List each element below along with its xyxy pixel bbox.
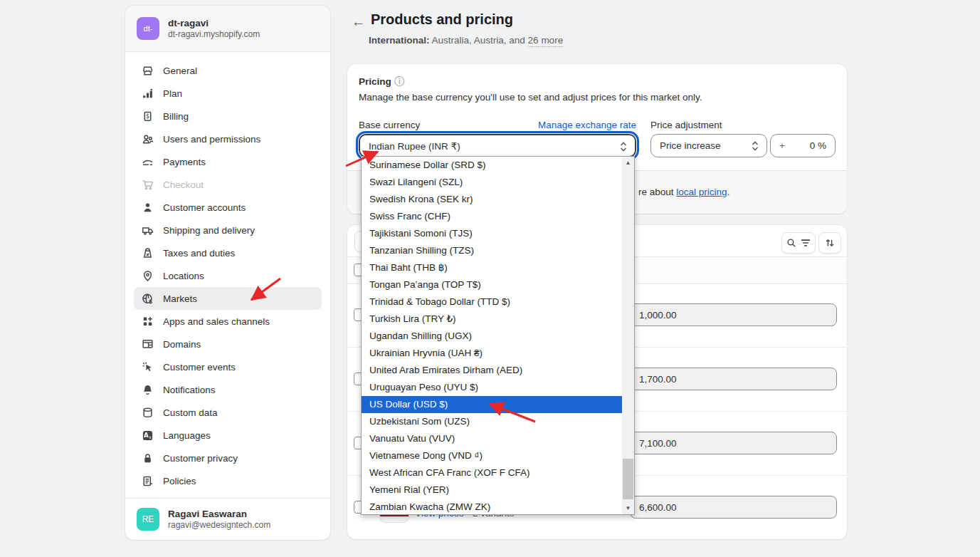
user-name: Ragavi Easwaran bbox=[168, 508, 270, 520]
sidebar-item-markets[interactable]: $ Markets bbox=[134, 287, 322, 310]
sidebar-item-label: Customer events bbox=[163, 362, 236, 373]
sidebar-item-custom-data[interactable]: Custom data bbox=[134, 401, 322, 424]
sidebar-item-label: Apps and sales channels bbox=[163, 316, 270, 327]
currency-option[interactable]: Zambian Kwacha (ZMW ZK) bbox=[362, 499, 622, 514]
currency-option[interactable]: United Arab Emirates Dirham (AED) bbox=[362, 362, 622, 379]
sidebar-item-domains[interactable]: Domains bbox=[134, 333, 322, 355]
sidebar-item-customer-accounts[interactable]: Customer accounts bbox=[134, 196, 322, 219]
scroll-down-icon[interactable]: ▼ bbox=[622, 502, 634, 514]
sidebar-item-label: Markets bbox=[163, 293, 197, 304]
svg-text:$: $ bbox=[145, 113, 149, 120]
currency-option[interactable]: Ugandan Shilling (UGX) bbox=[362, 328, 622, 345]
sidebar-item-customer-events[interactable]: Customer events bbox=[134, 355, 322, 378]
currency-option-list: Surinamese Dollar (SRD $) Swazi Lilangen… bbox=[362, 157, 622, 514]
map-pin-icon bbox=[141, 269, 154, 282]
payments-icon bbox=[141, 155, 154, 168]
sidebar-item-label: Shipping and delivery bbox=[163, 225, 255, 236]
currency-option[interactable]: Tajikistani Somoni (TJS) bbox=[362, 225, 622, 242]
store-info: dt-ragavi dt-ragavi.myshopify.com bbox=[168, 17, 260, 40]
manage-exchange-rate-link[interactable]: Manage exchange rate bbox=[538, 120, 636, 130]
currency-option[interactable]: Thai Baht (THB ฿) bbox=[362, 259, 622, 276]
sidebar-item-label: Checkout bbox=[163, 179, 204, 190]
currency-option[interactable]: Turkish Lira (TRY ₺) bbox=[362, 311, 622, 328]
info-icon[interactable]: ⓘ bbox=[394, 76, 404, 88]
store-avatar: dt- bbox=[137, 17, 159, 40]
currency-option[interactable]: Vietnamese Dong (VND ₫) bbox=[362, 447, 622, 464]
sidebar-item-customer-privacy[interactable]: Customer privacy bbox=[134, 447, 322, 469]
sidebar-item-billing[interactable]: $ Billing bbox=[134, 105, 322, 127]
price-adjustment-type-select[interactable]: Price increase bbox=[650, 134, 767, 157]
sidebar-item-languages[interactable]: Ax Languages bbox=[134, 424, 322, 447]
currency-option[interactable]: Yemeni Rial (YER) bbox=[362, 481, 622, 499]
scrollbar-thumb[interactable] bbox=[623, 459, 633, 499]
sort-button[interactable] bbox=[818, 232, 841, 254]
person-icon bbox=[141, 201, 154, 214]
taxes-icon bbox=[141, 246, 154, 259]
back-arrow-icon[interactable]: ← bbox=[350, 13, 367, 31]
currency-option[interactable]: West African CFA Franc (XOF F CFA) bbox=[362, 464, 622, 481]
currency-option-selected[interactable]: US Dollar (USD $) bbox=[362, 396, 622, 413]
base-currency-label: Base currency bbox=[359, 120, 420, 130]
sidebar-item-shipping[interactable]: Shipping and delivery bbox=[134, 219, 322, 241]
base-currency-select[interactable]: Indian Rupee (INR ₹) bbox=[359, 134, 636, 157]
note-period: . bbox=[727, 187, 730, 197]
sidebar-item-apps-sales-channels[interactable]: Apps and sales channels bbox=[134, 310, 322, 333]
more-countries-link[interactable]: 26 more bbox=[528, 35, 564, 47]
pricing-description: Manage the base currency you'll use to s… bbox=[359, 92, 702, 103]
sidebar-item-users-permissions[interactable]: Users and permissions bbox=[134, 127, 322, 150]
sidebar-item-payments[interactable]: Payments bbox=[134, 150, 322, 173]
percent-sign: + bbox=[779, 140, 785, 151]
sidebar-item-label: Plan bbox=[163, 88, 182, 99]
sidebar-item-policies[interactable]: Policies bbox=[134, 469, 322, 492]
sidebar-item-general[interactable]: General bbox=[134, 59, 322, 82]
currency-option[interactable]: Tanzanian Shilling (TZS) bbox=[362, 242, 622, 259]
currency-option[interactable]: Vanuatu Vatu (VUV) bbox=[362, 430, 622, 447]
price-adjustment-label: Price adjustment bbox=[650, 120, 722, 130]
currency-option[interactable]: Trinidad & Tobago Dollar (TTD $) bbox=[362, 293, 622, 311]
settings-page: dt- dt-ragavi dt-ragavi.myshopify.com Ge… bbox=[0, 0, 980, 557]
price-input[interactable] bbox=[630, 368, 837, 390]
store-header[interactable]: dt- dt-ragavi dt-ragavi.myshopify.com bbox=[125, 6, 330, 52]
user-avatar: RE bbox=[137, 508, 159, 531]
sidebar-item-label: Locations bbox=[163, 271, 204, 281]
price-adjustment-percent-input[interactable]: + 0 % bbox=[770, 134, 836, 157]
chevron-updown-icon bbox=[620, 141, 627, 152]
price-input[interactable] bbox=[630, 496, 837, 519]
sidebar-item-label: General bbox=[163, 66, 197, 76]
currency-option[interactable]: Swazi Lilangeni (SZL) bbox=[362, 174, 622, 191]
sidebar-item-locations[interactable]: Locations bbox=[134, 264, 322, 287]
current-user[interactable]: RE Ragavi Easwaran ragavi@wedesigntech.c… bbox=[125, 498, 330, 540]
settings-sidebar: dt- dt-ragavi dt-ragavi.myshopify.com Ge… bbox=[125, 6, 330, 540]
sidebar-item-label: Customer privacy bbox=[163, 453, 238, 464]
sidebar-item-label: Billing bbox=[163, 111, 189, 122]
sidebar-item-label: Payments bbox=[163, 157, 206, 167]
filter-lines-icon bbox=[801, 239, 811, 247]
local-pricing-link[interactable]: local pricing bbox=[676, 187, 727, 197]
currency-option[interactable]: Uruguayan Peso (UYU $) bbox=[362, 379, 622, 396]
sidebar-item-label: Custom data bbox=[163, 407, 218, 418]
dropdown-scrollbar[interactable]: ▲ ▼ bbox=[622, 157, 634, 514]
scroll-up-icon[interactable]: ▲ bbox=[622, 157, 634, 169]
percent-value: 0 % bbox=[810, 140, 826, 151]
sidebar-item-plan[interactable]: Plan bbox=[134, 82, 322, 105]
price-input[interactable] bbox=[630, 432, 837, 454]
sidebar-item-label: Notifications bbox=[163, 385, 216, 395]
currency-option[interactable]: Swedish Krona (SEK kr) bbox=[362, 191, 622, 208]
checkout-cart-icon bbox=[141, 178, 154, 191]
sidebar-item-taxes[interactable]: Taxes and duties bbox=[134, 241, 322, 264]
users-icon bbox=[141, 132, 154, 145]
settings-nav: General Plan $ Billing Users and permiss… bbox=[125, 52, 330, 492]
currency-option[interactable]: Tongan Paʼanga (TOP T$) bbox=[362, 276, 622, 293]
currency-option[interactable]: Uzbekistani Som (UZS) bbox=[362, 413, 622, 430]
price-input[interactable] bbox=[630, 303, 837, 326]
search-icon bbox=[786, 238, 796, 248]
currency-option[interactable]: Ukrainian Hryvnia (UAH ₴) bbox=[362, 345, 622, 362]
page-subtitle: International: Australia, Austria, and 2… bbox=[369, 35, 563, 46]
search-and-filter-button[interactable] bbox=[781, 232, 816, 254]
billing-icon: $ bbox=[141, 110, 154, 123]
svg-text:A: A bbox=[144, 432, 149, 439]
pricing-card-title: Pricing bbox=[359, 76, 391, 87]
currency-option[interactable]: Surinamese Dollar (SRD $) bbox=[362, 157, 622, 174]
sidebar-item-notifications[interactable]: Notifications bbox=[134, 378, 322, 401]
currency-option[interactable]: Swiss Franc (CHF) bbox=[362, 208, 622, 225]
